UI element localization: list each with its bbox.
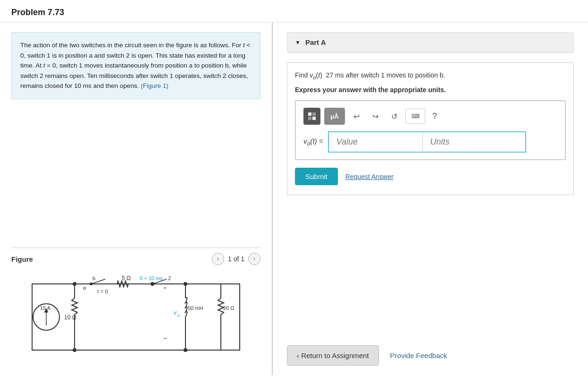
figure-prev-button[interactable]: ‹: [212, 253, 224, 265]
part-collapse-arrow[interactable]: ▼: [295, 39, 301, 46]
svg-text:a: a: [83, 285, 86, 291]
svg-text:= 0: = 0: [101, 289, 108, 294]
figure-section: Figure ‹ 1 of 1 › 15 A: [11, 243, 260, 366]
undo-button[interactable]: ↩: [349, 109, 364, 124]
figure-nav: ‹ 1 of 1 ›: [212, 253, 260, 265]
circuit-diagram: 15 A 10 Ω: [13, 270, 259, 366]
value-input[interactable]: [328, 131, 422, 153]
express-text: Express your answer with the appropriate…: [295, 86, 566, 94]
figure-next-button[interactable]: ›: [248, 253, 260, 265]
svg-rect-0: [32, 284, 240, 350]
svg-point-36: [184, 348, 187, 352]
figure-nav-count: 1 of 1: [228, 255, 244, 263]
part-title: Part A: [305, 38, 326, 46]
keyboard-button[interactable]: ⌨︎: [405, 109, 425, 124]
figure-label: Figure: [11, 255, 33, 263]
svg-text:o: o: [177, 313, 180, 318]
figure-link[interactable]: (Figure 1): [141, 82, 168, 89]
request-answer-button[interactable]: Request Answer: [345, 173, 394, 180]
svg-text:5 Ω: 5 Ω: [122, 275, 131, 282]
problem-text: The action of the two switches in the ci…: [20, 42, 250, 89]
refresh-button[interactable]: ↺: [386, 109, 402, 124]
provide-feedback-button[interactable]: Provide Feedback: [390, 351, 447, 360]
svg-point-35: [73, 348, 76, 352]
page-title: Problem 7.73: [11, 8, 64, 17]
svg-text:t: t: [97, 289, 99, 294]
svg-text:2: 2: [168, 275, 171, 281]
units-label: μÅ: [330, 113, 338, 120]
answer-box: μÅ ↩ ↪ ↺ ⌨︎ ? vo(t) =: [295, 100, 566, 160]
svg-rect-40: [308, 117, 311, 120]
svg-rect-39: [312, 112, 316, 116]
part-section: ▼ Part A: [287, 32, 574, 53]
redo-button[interactable]: ↪: [368, 109, 383, 124]
help-button[interactable]: ?: [429, 111, 440, 122]
svg-text:15 A: 15 A: [40, 305, 51, 311]
bottom-actions: ‹ Return to Assignment Provide Feedback: [287, 336, 574, 366]
part-header: ▼ Part A: [287, 33, 573, 52]
return-to-assignment-button[interactable]: ‹ Return to Assignment: [287, 345, 379, 366]
svg-text:50 mH: 50 mH: [188, 305, 203, 311]
units-input[interactable]: [422, 131, 526, 153]
input-row: vo(t) =: [303, 131, 557, 153]
submit-button[interactable]: Submit: [295, 168, 338, 185]
submit-row: Submit Request Answer: [295, 168, 566, 185]
part-content: Find vo(t) 27 ms after switch 1 moves to…: [287, 62, 574, 195]
toolbar: μÅ ↩ ↪ ↺ ⌨︎ ?: [303, 108, 557, 125]
problem-text-box: The action of the two switches in the ci…: [11, 32, 260, 99]
svg-text:0 + 10 ms: 0 + 10 ms: [140, 275, 163, 281]
svg-point-33: [73, 282, 76, 286]
svg-text:b: b: [92, 275, 95, 281]
find-text: Find vo(t) 27 ms after switch 1 moves to…: [295, 70, 566, 81]
svg-text:20 Ω: 20 Ω: [223, 305, 235, 311]
svg-point-37: [151, 282, 154, 286]
input-label: vo(t) =: [303, 137, 323, 147]
svg-rect-41: [312, 117, 316, 120]
svg-rect-38: [308, 112, 311, 116]
units-button[interactable]: μÅ: [324, 108, 345, 125]
svg-text:v: v: [174, 309, 177, 316]
svg-text:+: +: [163, 285, 166, 291]
svg-point-34: [184, 282, 187, 286]
matrix-button[interactable]: [303, 108, 320, 125]
svg-text:−: −: [163, 334, 167, 342]
